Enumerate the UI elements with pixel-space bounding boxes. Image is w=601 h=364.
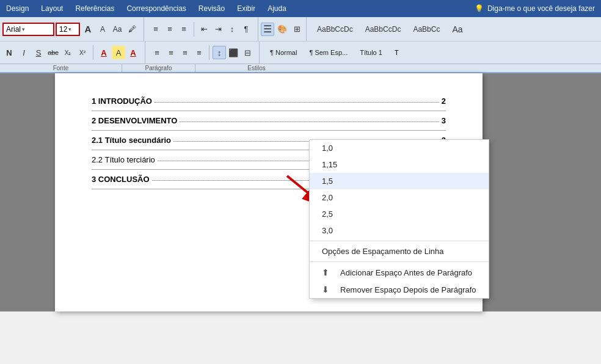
sort-button[interactable]: ↕	[225, 23, 239, 36]
font-name-value: Arial	[6, 25, 21, 34]
font-size-selector[interactable]: 12 ▾	[56, 23, 80, 36]
spacing-1-5[interactable]: 1,5	[310, 173, 489, 189]
pilcrow-button[interactable]: ¶	[239, 23, 253, 36]
superscript-button[interactable]: X²	[76, 46, 89, 59]
borders2-button[interactable]: ⊟	[241, 46, 254, 59]
line-spacing-dropdown: 1,0 1,15 1,5 2,0 2,5 3,0 Opções de Espaç…	[309, 139, 489, 299]
toc-dots-0	[155, 102, 439, 103]
dropdown-divider-2	[310, 261, 489, 262]
spacing-1-0-label: 1,0	[322, 144, 333, 153]
numbering-button[interactable]: ≡	[163, 23, 177, 36]
align-right-button[interactable]: ≡	[178, 46, 192, 59]
add-space-label: Adicionar Espaço Antes de Parágrafo	[340, 268, 472, 277]
style-aabbccdc-2[interactable]: AaBbCcDc	[360, 23, 407, 36]
bullets-button[interactable]: ≡	[149, 23, 162, 36]
font-color2-button[interactable]: A	[126, 46, 140, 59]
toc-number-3: 2.2 Título terciário	[92, 155, 155, 164]
grow-font-button[interactable]: A	[81, 23, 95, 36]
menu-revisao[interactable]: Revisão	[192, 2, 231, 15]
spacing-2-5-label: 2,5	[322, 209, 333, 219]
borders-button[interactable]: ⊞	[290, 23, 304, 36]
line-spacing-button[interactable]: ☰	[261, 23, 274, 36]
menu-ajuda[interactable]: Ajuda	[261, 2, 293, 15]
add-space-icon: ⬆	[322, 268, 334, 277]
styles-labels-area: ¶ Normal ¶ Sem Esp... Título 1 T	[260, 46, 409, 59]
menu-referencias[interactable]: Referências	[69, 2, 120, 15]
highlight-color-button[interactable]: A	[112, 46, 125, 59]
line-spacing2-button[interactable]: ↕	[213, 46, 226, 59]
remove-space-label: Remover Espaço Depois de Parágrafo	[340, 285, 476, 294]
style-aabbccdc-1[interactable]: AaBbCcDc	[311, 23, 359, 36]
shading-button[interactable]: 🎨	[275, 23, 289, 36]
spacing-1-0[interactable]: 1,0	[310, 140, 489, 156]
lightbulb-icon: 💡	[475, 4, 484, 13]
outline-button[interactable]: ≡	[177, 23, 191, 36]
style-aa[interactable]: Aa	[446, 22, 468, 37]
spacing-3-0[interactable]: 3,0	[310, 222, 489, 239]
doc-area: 1 INTRODUÇÃO 2 2 DESENVOLVIMENTO 3 2.1 T…	[0, 73, 601, 311]
spacing-2-0-label: 2,0	[322, 193, 333, 202]
toc-item-0: 1 INTRODUÇÃO 2	[92, 92, 446, 111]
subscript-button[interactable]: X₂	[61, 46, 75, 59]
increase-indent-button[interactable]: ⇥	[211, 23, 225, 36]
toc-number-1: 2 DESENVOLVIMENTO	[92, 116, 177, 125]
font-size-value: 12	[59, 25, 67, 34]
spacing-options-label: Opções de Espaçamento de Linha	[322, 247, 443, 256]
font-name-chevron-icon: ▾	[22, 26, 25, 32]
para-area-row1: ≡ ≡ ≡ ⇤ ⇥ ↕ ¶	[144, 17, 258, 41]
menu-layout[interactable]: Layout	[35, 2, 69, 15]
bold-button[interactable]: N	[2, 46, 16, 59]
dropdown-divider-1	[310, 241, 489, 241]
style-sem-esp[interactable]: ¶ Sem Esp...	[304, 46, 353, 59]
spacing-2-0[interactable]: 2,0	[310, 189, 489, 206]
spacing-1-15[interactable]: 1,15	[310, 156, 489, 173]
remove-space-icon: ⬇	[322, 285, 334, 294]
fonte-label: Fonte	[0, 64, 122, 72]
toc-dots-1	[180, 122, 439, 122]
search-text: Diga-me o que você deseja fazer	[487, 4, 595, 13]
add-space-before[interactable]: ⬆ Adicionar Espaço Antes de Parágrafo	[310, 264, 489, 281]
font-name-selector[interactable]: Arial ▾	[2, 23, 54, 36]
font-color-button[interactable]: A	[97, 46, 111, 59]
align-center-button[interactable]: ≡	[164, 46, 178, 59]
strikethrough-button[interactable]: abc	[46, 46, 60, 59]
decrease-indent-button[interactable]: ⇤	[197, 23, 211, 36]
section-labels-row: Fonte Parágrafo Estilos	[0, 64, 601, 72]
font-size-chevron-icon: ▾	[68, 26, 71, 32]
italic-button[interactable]: I	[17, 46, 31, 59]
estilos-label: Estilos	[195, 64, 318, 72]
style-normal[interactable]: ¶ Normal	[264, 46, 302, 59]
align-left-button[interactable]: ≡	[150, 46, 164, 59]
shading2-button[interactable]: ⬛	[227, 46, 240, 59]
underline-button[interactable]: S	[32, 46, 45, 59]
left-margin	[0, 73, 55, 311]
style-t[interactable]: T	[389, 46, 404, 59]
ribbon: Arial ▾ 12 ▾ A A Aa 🖉 ≡ ≡ ≡ ⇤ ⇥	[0, 17, 601, 73]
style-aabbcc[interactable]: AaBbCc	[407, 23, 445, 36]
formatting-area: N I S abc X₂ X² A A A	[2, 42, 145, 64]
toc-page-0: 2	[442, 96, 446, 106]
toc-page-1: 3	[442, 116, 446, 125]
toc-number-4: 3 CONCLUSÃO	[92, 175, 150, 184]
aa-button[interactable]: Aa	[111, 23, 124, 36]
menu-exibir[interactable]: Exibir	[231, 2, 261, 15]
clear-format-button[interactable]: 🖉	[125, 23, 139, 36]
font-area: Arial ▾ 12 ▾ A A Aa 🖉	[2, 17, 144, 41]
menu-search[interactable]: 💡 Diga-me o que você deseja fazer	[468, 3, 601, 14]
menu-bar: Design Layout Referências Correspondênci…	[0, 0, 601, 17]
line-spacing-area: ☰ 🎨 ⊞	[258, 17, 307, 41]
toc-item-1: 2 DESENVOLVIMENTO 3	[92, 111, 446, 131]
alignment-area: ≡ ≡ ≡ ≡ ↕ ⬛ ⊟	[145, 42, 260, 64]
styles-area: AaBbCcDc AaBbCcDc AaBbCc Aa	[307, 22, 473, 37]
spacing-2-5[interactable]: 2,5	[310, 206, 489, 222]
justify-button[interactable]: ≡	[192, 46, 206, 59]
paragrafo-label: Parágrafo	[122, 64, 195, 72]
menu-design[interactable]: Design	[0, 2, 35, 15]
spacing-options[interactable]: Opções de Espaçamento de Linha	[310, 243, 489, 260]
ribbon-row1: Arial ▾ 12 ▾ A A Aa 🖉 ≡ ≡ ≡ ⇤ ⇥	[0, 17, 601, 42]
menu-correspondencias[interactable]: Correspondências	[120, 2, 192, 15]
spacing-1-5-label: 1,5	[322, 177, 333, 186]
shrink-font-button[interactable]: A	[96, 23, 109, 36]
style-titulo1[interactable]: Título 1	[354, 46, 388, 59]
remove-space-after[interactable]: ⬇ Remover Espaço Depois de Parágrafo	[310, 281, 489, 298]
